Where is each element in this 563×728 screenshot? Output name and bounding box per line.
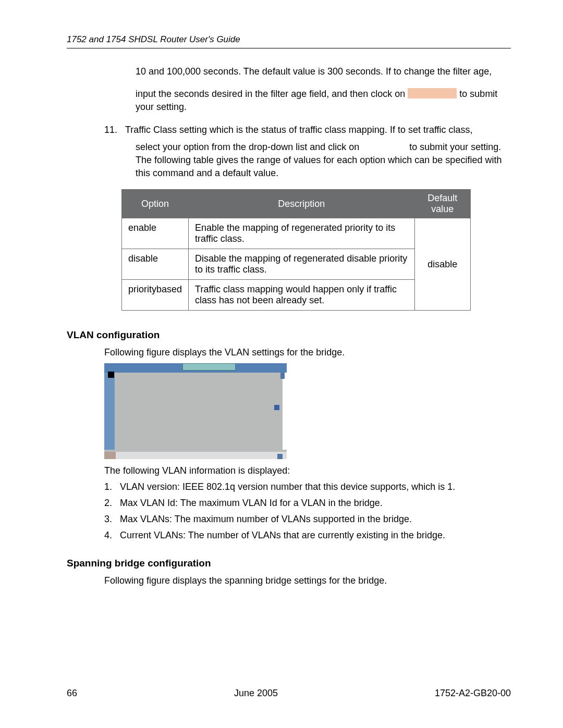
- heading-spanning: Spanning bridge configuration: [67, 558, 511, 569]
- cell-desc: Enable the mapping of regenerated priori…: [189, 218, 415, 249]
- list-text: VLAN version: IEEE 802.1q version number…: [120, 482, 455, 492]
- list-text: Current VLANs: The number of VLANs that …: [120, 530, 445, 541]
- cell-option: prioritybased: [122, 280, 189, 311]
- cell-desc: Disable the mapping of regenerated disab…: [189, 249, 415, 280]
- list-number: 4.: [104, 530, 120, 541]
- cell-default: disable: [414, 218, 470, 311]
- list-item: 1. VLAN version: IEEE 802.1q version num…: [104, 482, 511, 492]
- paragraph-filter-age-1: 10 and 100,000 seconds. The default valu…: [136, 65, 511, 78]
- list-number: 1.: [104, 482, 120, 492]
- cell-option: disable: [122, 249, 189, 280]
- list-text: Max VLANs: The maximum number of VLANs s…: [120, 514, 412, 525]
- col-description: Description: [189, 190, 415, 218]
- list-item: 2. Max VLAN Id: The maximum VLAN Id for …: [104, 498, 511, 509]
- button-placeholder-icon: [408, 88, 457, 98]
- list-number: 3.: [104, 514, 120, 525]
- list-item: 3. Max VLANs: The maximum number of VLAN…: [104, 514, 511, 525]
- list-body: Traffic Class setting which is the statu…: [125, 124, 511, 137]
- figure-vlan-screenshot: [104, 363, 287, 459]
- paragraph-filter-age-2: input the seconds desired in the filter …: [136, 88, 511, 114]
- text-segment: input the seconds desired in the filter …: [136, 89, 408, 99]
- options-table: Option Description Default value enable …: [121, 189, 471, 311]
- page-header: 1752 and 1754 SHDSL Router User's Guide: [67, 34, 511, 48]
- table-header-row: Option Description Default value: [122, 190, 471, 218]
- footer-doc: 1752-A2-GB20-00: [435, 688, 511, 699]
- vlan-info-list: 1. VLAN version: IEEE 802.1q version num…: [104, 482, 511, 541]
- col-default: Default value: [414, 190, 470, 218]
- list-item-11: 11. Traffic Class setting which is the s…: [104, 124, 511, 137]
- spanning-intro: Following figure displays the spanning b…: [104, 575, 511, 586]
- page-footer: 66 June 2005 1752-A2-GB20-00: [67, 688, 511, 699]
- cell-option: enable: [122, 218, 189, 249]
- footer-page: 66: [67, 688, 77, 699]
- col-option: Option: [122, 190, 189, 218]
- vlan-after: The following VLAN information is displa…: [104, 465, 511, 476]
- table-row: enable Enable the mapping of regenerated…: [122, 218, 471, 249]
- list-text: Max VLAN Id: The maximum VLAN Id for a V…: [120, 498, 383, 509]
- heading-vlan: VLAN configuration: [67, 329, 511, 341]
- list-item-11-sub: select your option from the drop-down li…: [136, 141, 511, 180]
- cell-desc: Traffic class mapping would happen only …: [189, 280, 415, 311]
- list-item: 4. Current VLANs: The number of VLANs th…: [104, 530, 511, 541]
- text-segment: select your option from the drop-down li…: [136, 142, 362, 152]
- list-number: 2.: [104, 498, 120, 509]
- list-number: 11.: [104, 124, 125, 137]
- button-placeholder-icon: [362, 143, 407, 152]
- footer-date: June 2005: [234, 688, 278, 699]
- vlan-intro: Following figure displays the VLAN setti…: [104, 347, 511, 358]
